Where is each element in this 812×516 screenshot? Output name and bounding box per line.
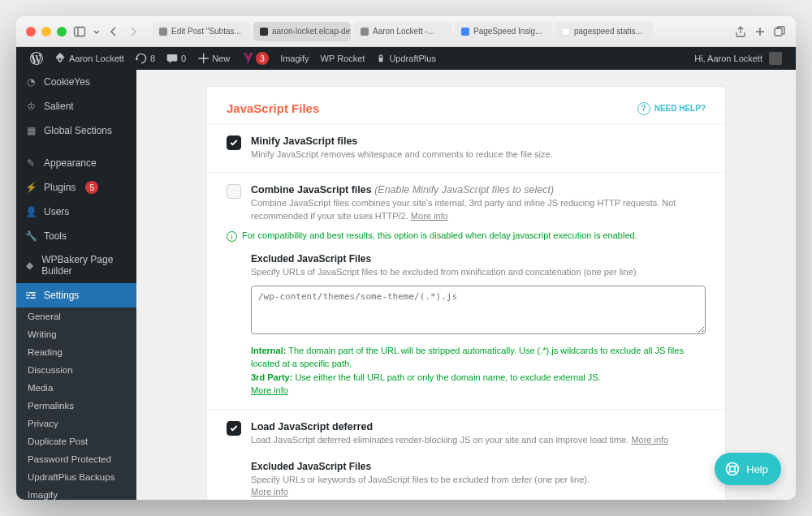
combine-desc: Combine JavaScript files combines your s… <box>251 197 706 222</box>
mac-titlebar: Edit Post "Subtas... aaron-locket.elcap-… <box>16 16 796 47</box>
sidebar-item-plugins[interactable]: ⚡Plugins5 <box>16 175 136 200</box>
sliders-icon <box>24 289 37 302</box>
wp-body: ◔CookieYes ♔Salient ▦Global Sections ✎Ap… <box>16 70 796 500</box>
avatar <box>769 52 782 65</box>
excluded-title: Excluded JavaScript Files <box>251 253 706 264</box>
browser-tab[interactable]: aaron-locket.elcap-dev.co.uk/wp-admin/..… <box>253 22 351 41</box>
tab-label: pagespeed statis... <box>574 27 642 36</box>
brush-icon: ✎ <box>24 157 37 170</box>
sidebar-item-settings[interactable]: Settings <box>16 283 136 307</box>
sidebar-item-tools[interactable]: 🔧Tools <box>16 224 136 248</box>
panel-header: JavaScript Files ? NEED HELP? <box>207 87 725 123</box>
comments-count: 0 <box>181 54 186 63</box>
defer-checkbox[interactable] <box>227 421 241 436</box>
more-info-link[interactable]: More info <box>411 211 448 221</box>
lifebuoy-icon <box>724 461 741 477</box>
svg-rect-2 <box>775 28 782 36</box>
updates-count: 8 <box>150 54 155 63</box>
favicon-icon <box>562 28 570 36</box>
traffic-lights <box>26 27 67 37</box>
sidebar-item-cookieyes[interactable]: ◔CookieYes <box>16 70 136 94</box>
submenu-permalinks[interactable]: Permalinks <box>16 397 136 415</box>
grid-icon: ▦ <box>24 124 37 137</box>
submenu-password-protected[interactable]: Password Protected <box>16 450 136 468</box>
more-info-link[interactable]: More info <box>631 435 668 445</box>
browser-tab[interactable]: PageSpeed Insig... <box>455 22 552 41</box>
share-icon[interactable] <box>734 25 747 38</box>
greeting-label: Hi, Aaron Lockett <box>694 54 762 63</box>
submenu-general[interactable]: General <box>16 307 136 325</box>
sidebar-item-appearance[interactable]: ✎Appearance <box>16 151 136 175</box>
browser-tab[interactable]: Edit Post "Subtas... <box>153 22 250 41</box>
favicon-icon <box>159 28 167 36</box>
site-name[interactable]: Aaron Lockett <box>49 47 130 70</box>
browser-tab[interactable]: Aaron Lockett -... <box>354 22 451 41</box>
yoast-link[interactable]: 3 <box>235 47 274 70</box>
close-icon[interactable] <box>26 27 36 37</box>
excluded-help: Internal: The domain part of the URL wil… <box>251 344 706 398</box>
more-info-link[interactable]: More info <box>251 385 288 395</box>
defer-section: Load JavaScript deferred Load JavaScript… <box>207 409 725 500</box>
wp-logo[interactable] <box>24 47 49 70</box>
submenu-writing[interactable]: Writing <box>16 325 136 343</box>
wp-admin-bar: Aaron Lockett 8 0 New 3 Imagify WP Rocke… <box>16 47 796 70</box>
js-files-panel: JavaScript Files ? NEED HELP? Mi <box>206 86 726 500</box>
question-icon: ? <box>637 102 650 115</box>
back-icon[interactable] <box>107 25 120 38</box>
excluded-js-textarea[interactable] <box>251 286 706 334</box>
settings-submenu: General Writing Reading Discussion Media… <box>16 307 136 500</box>
comments-link[interactable]: 0 <box>161 47 192 70</box>
main-content: JavaScript Files ? NEED HELP? Mi <box>136 70 796 500</box>
maximize-icon[interactable] <box>57 27 67 37</box>
submenu-updraftplus[interactable]: UpdraftPlus Backups <box>16 468 136 486</box>
sidebar-item-wpbakery[interactable]: ◆WPBakery Page Builder <box>16 248 136 283</box>
need-help-link[interactable]: ? NEED HELP? <box>637 102 706 115</box>
submenu-imagify[interactable]: Imagify <box>16 486 136 500</box>
favicon-icon <box>260 28 268 36</box>
sidebar-item-global-sections[interactable]: ▦Global Sections <box>16 118 136 143</box>
submenu-reading[interactable]: Reading <box>16 343 136 361</box>
help-fab-button[interactable]: Help <box>715 453 781 485</box>
viewport: Aaron Lockett 8 0 New 3 Imagify WP Rocke… <box>16 47 796 500</box>
crown-icon: ♔ <box>24 100 37 113</box>
minify-checkbox[interactable] <box>227 135 241 150</box>
user-icon: 👤 <box>24 205 37 218</box>
new-tab-icon[interactable] <box>754 25 767 38</box>
favicon-icon <box>461 28 469 36</box>
excluded-defer-title: Excluded JavaScript Files <box>251 461 706 472</box>
browser-tab[interactable]: pagespeed statis... <box>555 22 653 41</box>
plugins-badge: 5 <box>85 181 98 194</box>
sidebar-item-users[interactable]: 👤Users <box>16 200 136 224</box>
sidebar-item-salient[interactable]: ♔Salient <box>16 94 136 118</box>
adminbar-item[interactable]: WP Rocket <box>315 47 371 70</box>
new-content-link[interactable]: New <box>192 47 235 70</box>
more-info-link[interactable]: More info <box>251 487 288 497</box>
svg-point-6 <box>730 467 736 472</box>
new-label: New <box>212 54 230 63</box>
minify-desc: Minify JavaScript removes whitespace and… <box>251 148 706 161</box>
defer-label: Load JavaScript deferred <box>251 421 706 432</box>
adminbar-item[interactable]: UpdraftPlus <box>370 47 441 70</box>
minimize-icon[interactable] <box>41 27 51 37</box>
tab-overview-icon[interactable] <box>773 25 786 38</box>
forward-icon[interactable] <box>127 25 140 38</box>
minify-section: Minify JavaScript files Minify JavaScrip… <box>207 123 725 172</box>
user-greeting[interactable]: Hi, Aaron Lockett <box>689 47 788 70</box>
sidebar-toggle-icon[interactable] <box>73 25 86 38</box>
submenu-privacy[interactable]: Privacy <box>16 415 136 432</box>
submenu-discussion[interactable]: Discussion <box>16 361 136 379</box>
browser-window: Edit Post "Subtas... aaron-locket.elcap-… <box>16 16 796 500</box>
submenu-duplicate-post[interactable]: Duplicate Post <box>16 432 136 450</box>
adminbar-item[interactable]: Imagify <box>274 47 314 70</box>
submenu-media[interactable]: Media <box>16 379 136 397</box>
combine-label: Combine JavaScript files (Enable Minify … <box>251 184 706 196</box>
updates-link[interactable]: 8 <box>130 47 161 70</box>
tab-label: Aaron Lockett -... <box>373 27 434 36</box>
defer-desc: Load JavaScript deferred eliminates rend… <box>251 434 706 446</box>
help-fab-label: Help <box>746 463 768 475</box>
excluded-defer-subsection: Excluded JavaScript Files Specify URLs o… <box>227 461 706 499</box>
chevron-down-icon[interactable] <box>93 25 101 38</box>
favicon-icon <box>361 28 369 36</box>
excluded-js-subsection: Excluded JavaScript Files Specify URLs o… <box>227 253 706 397</box>
combine-checkbox <box>227 184 241 199</box>
